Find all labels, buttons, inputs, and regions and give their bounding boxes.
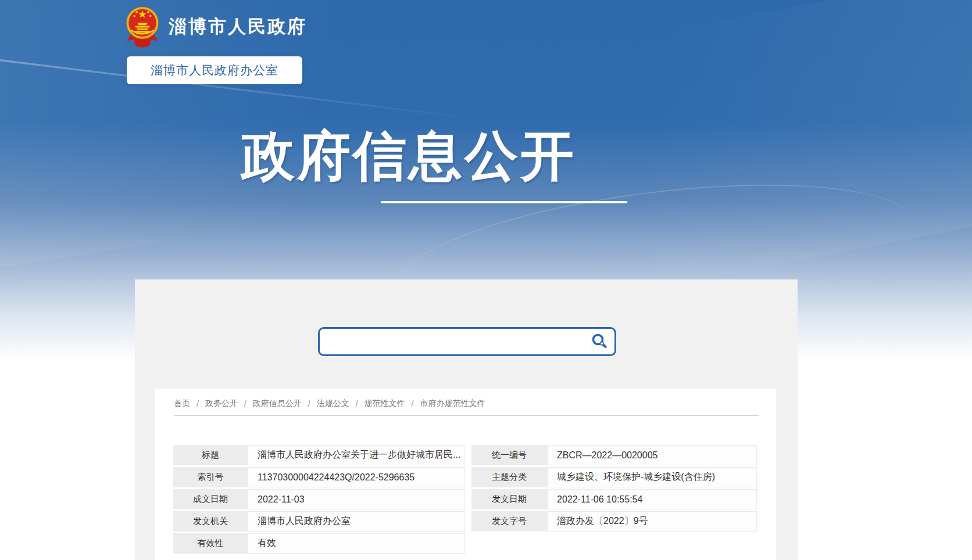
column-gap: [465, 445, 471, 465]
content-panel: 首页/政务公开/政府信息公开/法规公文/规范性文件/市府办规范性文件 标题淄博市…: [135, 279, 798, 560]
field-label: 发文日期: [471, 489, 547, 509]
field-value: 淄政办发〔2022〕9号: [547, 511, 757, 532]
breadcrumb-separator: /: [412, 399, 414, 408]
field-label: 标题: [173, 445, 248, 465]
office-link[interactable]: 淄博市人民政府办公室: [127, 56, 302, 84]
breadcrumb-item[interactable]: 政务公开: [205, 399, 238, 409]
search-button[interactable]: [590, 329, 614, 354]
breadcrumb-separator: /: [356, 399, 358, 408]
breadcrumb-divider: [174, 415, 759, 416]
national-emblem-icon: [126, 6, 159, 48]
field-value: 淄博市人民政府办公室关于进一步做好城市居民...: [248, 445, 465, 465]
table-row: 发文机关淄博市人民政府办公室发文字号淄政办发〔2022〕9号: [173, 511, 758, 532]
search-box: [318, 327, 616, 356]
column-gap: [465, 467, 471, 487]
field-value: 11370300004224423Q/2022-5296635: [248, 467, 465, 487]
search-icon: [591, 333, 608, 350]
title-underline: [381, 201, 627, 203]
doc-info-table: 标题淄博市人民政府办公室关于进一步做好城市居民...统一编号ZBCR—2022—…: [173, 445, 758, 555]
breadcrumb-separator: /: [244, 399, 246, 408]
field-value: ZBCR—2022—0020005: [547, 445, 757, 465]
field-value: 淄博市人民政府办公室: [248, 511, 465, 532]
table-row: 成文日期2022-11-03发文日期2022-11-06 10:55:54: [173, 489, 758, 509]
breadcrumb-item[interactable]: 市府办规范性文件: [420, 399, 485, 409]
field-label: 成文日期: [173, 489, 248, 509]
table-row: 有效性有效: [173, 533, 758, 554]
breadcrumb: 首页/政务公开/政府信息公开/法规公文/规范性文件/市府办规范性文件: [174, 397, 757, 411]
search-input[interactable]: [320, 329, 590, 354]
site-name[interactable]: 淄博市人民政府: [169, 15, 307, 39]
field-value: 有效: [248, 533, 465, 554]
field-value: 2022-11-06 10:55:54: [547, 489, 757, 509]
field-label: 发文字号: [471, 511, 547, 532]
breadcrumb-separator: /: [196, 399, 199, 408]
field-label: 索引号: [173, 467, 248, 487]
breadcrumb-separator: /: [308, 399, 310, 408]
field-label: 发文机关: [173, 511, 248, 532]
page-title: 政府信息公开: [241, 127, 576, 185]
breadcrumb-item[interactable]: 政府信息公开: [253, 399, 302, 409]
table-row: 索引号11370300004224423Q/2022-5296635主题分类城乡…: [173, 467, 758, 487]
document-card: 首页/政务公开/政府信息公开/法规公文/规范性文件/市府办规范性文件 标题淄博市…: [155, 389, 776, 560]
field-label: 主题分类: [471, 467, 547, 487]
breadcrumb-item[interactable]: 法规公文: [317, 399, 349, 409]
field-label: 有效性: [173, 533, 248, 554]
site-brand: 淄博市人民政府: [126, 5, 307, 49]
field-value: 城乡建设、环境保护-城乡建设(含住房): [547, 467, 757, 487]
column-gap: [465, 489, 471, 509]
table-row: 标题淄博市人民政府办公室关于进一步做好城市居民...统一编号ZBCR—2022—…: [173, 445, 758, 465]
column-gap: [465, 511, 471, 532]
field-value: 2022-11-03: [248, 489, 465, 509]
field-label: 统一编号: [471, 445, 547, 465]
breadcrumb-item[interactable]: 规范性文件: [364, 399, 405, 409]
breadcrumb-item[interactable]: 首页: [174, 399, 190, 409]
